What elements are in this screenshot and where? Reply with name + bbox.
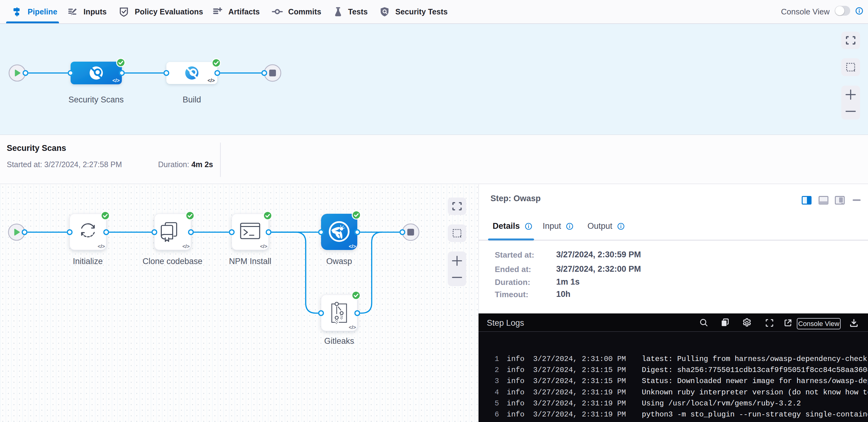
svg-text:</>: </> [349, 324, 356, 330]
svg-text:</>: </> [349, 244, 356, 249]
svg-text:</>: </> [208, 77, 215, 83]
svg-text:</>: </> [112, 77, 120, 83]
svg-text:</>: </> [182, 244, 190, 249]
svg-text:</>: </> [98, 244, 105, 249]
svg-text:</>: </> [260, 244, 267, 249]
